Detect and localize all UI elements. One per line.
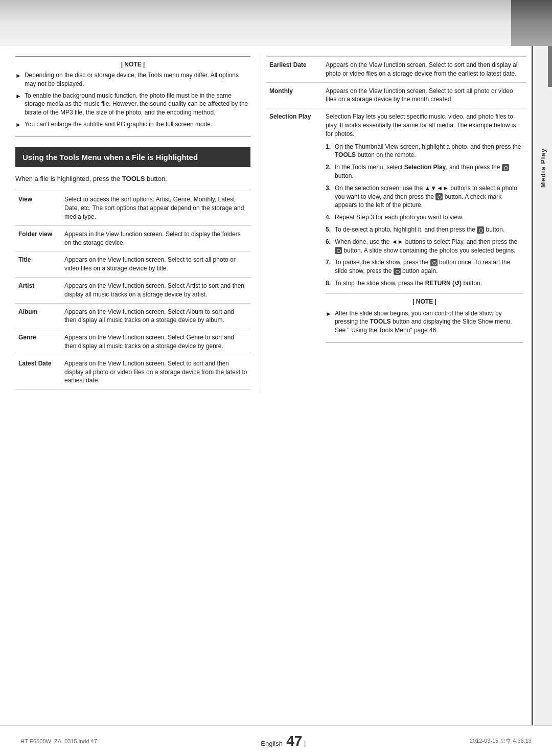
step-num-7: 7.: [326, 258, 333, 267]
row-label-folder: Folder view: [15, 225, 61, 251]
step-num-8: 8.: [326, 279, 333, 288]
step-text-6: When done, use the ◄► buttons to select …: [335, 238, 523, 255]
intro-text: When a file is highlighted, press the TO…: [15, 174, 250, 184]
row-label-artist: Artist: [15, 278, 61, 304]
footer-lang: English: [261, 740, 283, 747]
sp-intro-text: Selection Play lets you select specific …: [326, 112, 523, 138]
row-desc-genre: Appears on the View function screen. Sel…: [61, 329, 250, 355]
bullet-1: ►: [15, 72, 21, 80]
row-desc-latest: Appears on the View function screen. Sel…: [61, 355, 250, 389]
row-label-latest: Latest Date: [15, 355, 61, 389]
note-box: | NOTE | ► Depending on the disc or stor…: [15, 56, 250, 137]
sp-step-5: 5. To de-select a photo, highlight it, a…: [326, 225, 523, 234]
enter-button-icon-2: [435, 193, 443, 200]
right-table: Earliest Date Appears on the View functi…: [266, 56, 526, 347]
footer-center: English 47 |: [261, 733, 306, 749]
note-title: | NOTE |: [15, 61, 250, 68]
right-note-text-1: After the slide show begins, you can con…: [335, 309, 523, 335]
main-content: | NOTE | ► Depending on the disc or stor…: [15, 46, 526, 390]
right-note-box: | NOTE | ► After the slide show begins, …: [326, 293, 523, 342]
enter-button-icon-6: [394, 268, 401, 275]
row-desc-artist: Appears on the View function screen. Sel…: [61, 278, 250, 304]
row-label-earliest: Earliest Date: [266, 57, 323, 83]
sp-step-3: 3. On the selection screen, use the ▲▼◄►…: [326, 184, 523, 210]
step-num-4: 4.: [326, 213, 333, 222]
sidebar-bar: Media Play: [532, 46, 552, 725]
row-desc-folder: Appears in the View function screen. Sel…: [61, 225, 250, 251]
sp-step-7: 7. To pause the slide show, press the bu…: [326, 258, 523, 276]
note-item-1: ► Depending on the disc or storage devic…: [15, 71, 250, 88]
row-label-genre: Genre: [15, 329, 61, 355]
footer: HT-E6500W_ZA_0315.indd 47 English 47 | 2…: [0, 725, 552, 756]
step-text-7: To pause the slide show, press the butto…: [335, 258, 523, 276]
sp-step-8: 8. To stop the slide show, press the RET…: [326, 279, 523, 288]
row-desc-selection-play: Selection Play lets you select specific …: [323, 108, 526, 347]
table-row-earliest: Earliest Date Appears on the View functi…: [266, 57, 526, 83]
sp-steps: 1. On the Thumbnail View screen, highlig…: [326, 143, 523, 288]
footer-left: HT-E6500W_ZA_0315.indd 47: [20, 738, 97, 744]
step-num-5: 5.: [326, 225, 333, 234]
enter-button-icon-4: [335, 247, 342, 254]
page-number: 47: [286, 733, 302, 749]
header-dark-accent: [511, 0, 552, 46]
row-desc-earliest: Appears on the View function screen. Sel…: [323, 57, 526, 83]
row-desc-album: Appears on the View function screen. Sel…: [61, 303, 250, 329]
right-note-item-1: ► After the slide show begins, you can c…: [326, 309, 523, 335]
row-label-title: Title: [15, 251, 61, 278]
sp-step-6: 6. When done, use the ◄► buttons to sele…: [326, 238, 523, 255]
footer-right: 2012-03-15 오후 4:36:13: [470, 737, 532, 745]
table-row-genre: Genre Appears on the View function scree…: [15, 329, 250, 355]
step-num-1: 1.: [326, 143, 333, 151]
table-row-artist: Artist Appears on the View function scre…: [15, 278, 250, 304]
row-desc-view: Select to access the sort options: Artis…: [61, 191, 250, 225]
right-bullet-1: ►: [326, 310, 332, 318]
enter-button-icon-5: [430, 259, 438, 266]
table-row-latest: Latest Date Appears on the View function…: [15, 355, 250, 389]
table-row-selection-play: Selection Play Selection Play lets you s…: [266, 108, 526, 347]
right-note-title: | NOTE |: [326, 297, 523, 306]
row-label-monthly: Monthly: [266, 82, 323, 108]
row-label-view: View: [15, 191, 61, 225]
note-text-2: To enable the background music function,…: [25, 91, 250, 117]
step-num-2: 2.: [326, 163, 333, 172]
section-heading: Using the Tools Menu when a File is High…: [15, 147, 250, 168]
step-text-5: To de-select a photo, highlight it, and …: [335, 225, 504, 234]
bullet-3: ►: [15, 121, 21, 129]
row-desc-monthly: Appears on the View function screen. Sel…: [323, 82, 526, 108]
left-column: | NOTE | ► Depending on the disc or stor…: [15, 56, 261, 390]
sidebar-colored-bar: [548, 46, 552, 87]
enter-button-icon-3: [477, 226, 484, 234]
table-row-view: View Select to access the sort options: …: [15, 191, 250, 225]
step-text-8: To stop the slide show, press the RETURN…: [335, 279, 482, 288]
header-bar: [0, 0, 552, 46]
step-num-6: 6.: [326, 238, 333, 246]
sidebar-label: Media Play: [539, 148, 547, 188]
step-text-2: In the Tools menu, select Selection Play…: [335, 163, 523, 180]
row-label-album: Album: [15, 303, 61, 329]
enter-button-icon: [502, 164, 509, 171]
step-num-3: 3.: [326, 184, 333, 193]
table-row-album: Album Appears on the View function scree…: [15, 303, 250, 329]
note-item-3: ► You can't enlarge the subtitle and PG …: [15, 120, 250, 129]
tools-table: View Select to access the sort options: …: [15, 191, 250, 390]
sp-step-4: 4. Repeat Step 3 for each photo you want…: [326, 213, 523, 222]
note-text-1: Depending on the disc or storage device,…: [25, 71, 250, 88]
note-item-2: ► To enable the background music functio…: [15, 91, 250, 117]
sp-step-1: 1. On the Thumbnail View screen, highlig…: [326, 143, 523, 160]
step-text-4: Repeat Step 3 for each photo you want to…: [335, 213, 464, 222]
right-column: Earliest Date Appears on the View functi…: [261, 56, 526, 390]
row-label-selection-play: Selection Play: [266, 108, 323, 347]
sp-step-2: 2. In the Tools menu, select Selection P…: [326, 163, 523, 180]
note-text-3: You can't enlarge the subtitle and PG gr…: [25, 120, 212, 129]
table-row-title: Title Appears on the View function scree…: [15, 251, 250, 278]
row-desc-title: Appears on the View function screen. Sel…: [61, 251, 250, 278]
table-row-folder: Folder view Appears in the View function…: [15, 225, 250, 251]
bullet-2: ►: [15, 92, 21, 101]
step-text-1: On the Thumbnail View screen, highlight …: [335, 143, 523, 160]
table-row-monthly: Monthly Appears on the View function scr…: [266, 82, 526, 108]
step-text-3: On the selection screen, use the ▲▼◄► bu…: [335, 184, 523, 210]
